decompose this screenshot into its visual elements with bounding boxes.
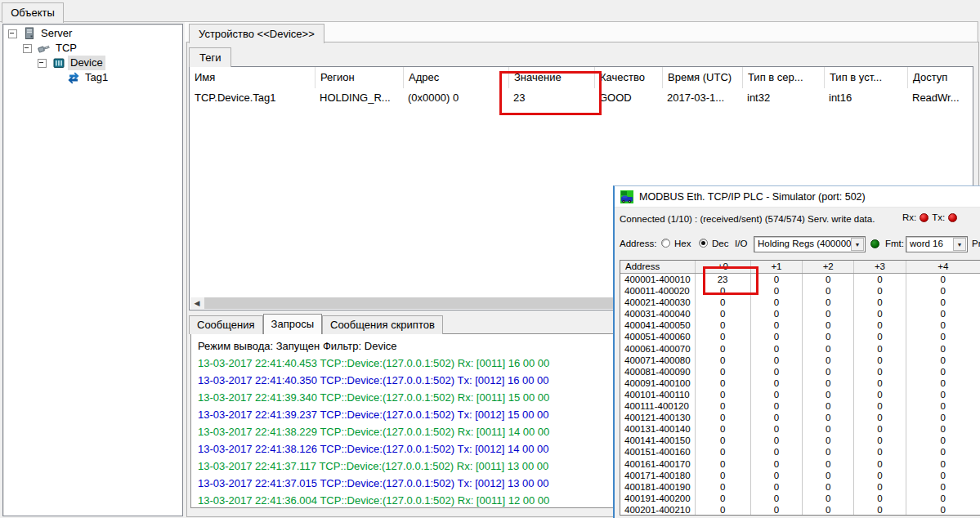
modbus-grid-value-cell[interactable]: 0 <box>696 470 751 481</box>
modbus-grid-value-cell[interactable]: 0 <box>803 297 854 308</box>
modbus-grid-value-cell[interactable]: 0 <box>906 319 980 331</box>
modbus-grid-value-cell[interactable]: 0 <box>854 446 906 458</box>
modbus-grid-column-header[interactable]: +2 <box>803 261 854 273</box>
modbus-grid-value-cell[interactable]: 0 <box>854 331 906 342</box>
modbus-grid-value-cell[interactable]: 0 <box>803 493 854 504</box>
modbus-grid-value-cell[interactable]: 0 <box>854 297 906 308</box>
modbus-grid-value-cell[interactable]: 0 <box>803 377 854 389</box>
tag-column-header[interactable]: Тип в уст... <box>824 67 907 88</box>
tag-cell[interactable]: ReadWr... <box>907 88 972 108</box>
modbus-grid-value-cell[interactable]: 0 <box>906 481 980 493</box>
modbus-titlebar[interactable]: MODBUS Eth. TCP/IP PLC - Simulator (port… <box>615 186 980 208</box>
modbus-grid-value-cell[interactable]: 0 <box>906 412 980 423</box>
modbus-grid-value-cell[interactable]: 0 <box>854 400 906 412</box>
tab-device[interactable]: Устройство <<Device>> <box>189 24 324 43</box>
modbus-grid-value-cell[interactable]: 0 <box>854 458 906 470</box>
modbus-grid-value-cell[interactable]: 0 <box>696 331 751 342</box>
modbus-grid-value-cell[interactable]: 0 <box>696 377 751 389</box>
fmt-select[interactable]: word 16 ▼ <box>906 236 968 252</box>
tree-item-server[interactable]: Server <box>3 26 182 41</box>
tree-expander-icon[interactable] <box>23 44 32 53</box>
log-tab-item[interactable]: Сообщения скриптов <box>322 315 443 334</box>
modbus-grid-value-cell[interactable]: 0 <box>854 319 906 331</box>
modbus-grid-value-cell[interactable]: 0 <box>854 355 906 366</box>
modbus-grid-value-cell[interactable]: 0 <box>906 423 980 435</box>
modbus-grid-value-cell[interactable]: 0 <box>906 285 980 297</box>
modbus-grid-value-cell[interactable]: 0 <box>751 389 803 400</box>
modbus-grid-value-cell[interactable]: 0 <box>854 481 906 493</box>
modbus-grid-value-cell[interactable]: 0 <box>803 481 854 493</box>
tag-column-header[interactable]: Имя <box>190 67 315 88</box>
tag-cell[interactable]: GOOD <box>594 88 662 108</box>
modbus-grid-value-cell[interactable]: 0 <box>803 355 854 366</box>
chevron-down-icon[interactable]: ▼ <box>953 238 966 251</box>
modbus-grid-value-cell[interactable]: 0 <box>906 504 980 516</box>
tag-cell[interactable]: int32 <box>742 88 824 108</box>
modbus-grid-value-cell[interactable]: 0 <box>751 423 803 435</box>
modbus-grid-value-cell[interactable]: 0 <box>751 297 803 308</box>
tree-item-device[interactable]: Device <box>3 56 182 70</box>
tag-column-header[interactable]: Качество <box>594 67 662 88</box>
modbus-grid-value-cell[interactable]: 0 <box>906 377 980 389</box>
modbus-grid-value-cell[interactable]: 0 <box>696 493 751 504</box>
modbus-grid-column-header[interactable]: Address <box>620 261 696 273</box>
tree-expander-icon[interactable] <box>8 29 17 38</box>
modbus-grid-value-cell[interactable]: 0 <box>751 274 803 285</box>
modbus-grid-value-cell[interactable]: 0 <box>751 355 803 366</box>
modbus-grid-value-cell[interactable]: 0 <box>803 331 854 342</box>
modbus-grid-value-cell[interactable]: 0 <box>803 400 854 412</box>
modbus-grid-value-cell[interactable]: 0 <box>751 285 803 297</box>
modbus-grid-value-cell[interactable]: 0 <box>751 458 803 470</box>
modbus-grid-value-cell[interactable]: 0 <box>906 446 980 458</box>
modbus-grid-value-cell[interactable]: 0 <box>854 493 906 504</box>
modbus-grid-value-cell[interactable]: 0 <box>751 493 803 504</box>
modbus-grid-value-cell[interactable]: 0 <box>803 343 854 355</box>
modbus-grid-value-cell[interactable]: 0 <box>906 274 980 285</box>
modbus-grid-value-cell[interactable]: 0 <box>803 446 854 458</box>
modbus-grid-value-cell[interactable]: 0 <box>854 366 906 377</box>
modbus-grid-value-cell[interactable]: 0 <box>854 377 906 389</box>
modbus-grid-value-cell[interactable]: 0 <box>696 446 751 458</box>
modbus-grid-value-cell[interactable]: 0 <box>854 389 906 400</box>
modbus-grid-value-cell[interactable]: 0 <box>854 504 906 516</box>
modbus-grid-value-cell[interactable]: 0 <box>854 308 906 319</box>
modbus-grid-value-cell[interactable]: 0 <box>696 366 751 377</box>
modbus-grid-value-cell[interactable]: 0 <box>751 412 803 423</box>
modbus-grid-value-cell[interactable]: 0 <box>906 458 980 470</box>
modbus-grid-value-cell[interactable]: 0 <box>696 481 751 493</box>
modbus-grid-value-cell[interactable]: 0 <box>803 308 854 319</box>
modbus-grid-value-cell[interactable]: 0 <box>751 435 803 446</box>
modbus-grid-value-cell[interactable]: 0 <box>906 343 980 355</box>
modbus-grid-value-cell[interactable]: 0 <box>751 366 803 377</box>
tab-objects[interactable]: Объекты <box>2 2 64 23</box>
tree-item-tag1[interactable]: Tag1 <box>3 70 182 85</box>
log-tab-item[interactable]: Сообщения <box>189 315 263 334</box>
modbus-grid-value-cell[interactable]: 0 <box>854 470 906 481</box>
modbus-grid-value-cell[interactable]: 0 <box>803 470 854 481</box>
modbus-grid-value-cell[interactable]: 0 <box>803 458 854 470</box>
tag-cell[interactable]: int16 <box>824 88 907 108</box>
tag-cell[interactable]: HOLDING_R... <box>315 88 403 108</box>
tag-column-header[interactable]: Регион <box>315 67 403 88</box>
modbus-grid-value-cell[interactable]: 0 <box>696 435 751 446</box>
modbus-grid-value-cell[interactable]: 0 <box>696 504 751 516</box>
tag-cell[interactable]: 2017-03-1... <box>662 88 742 108</box>
modbus-grid-value-cell[interactable]: 0 <box>906 470 980 481</box>
tag-column-header[interactable]: Доступ <box>907 67 972 88</box>
log-tab-active[interactable]: Запросы <box>263 314 322 334</box>
modbus-grid-value-cell[interactable]: 0 <box>854 343 906 355</box>
radio-dec-label[interactable]: Dec <box>712 239 728 248</box>
tag-column-header[interactable]: Время (UTC) <box>662 67 742 88</box>
modbus-grid-value-cell[interactable]: 0 <box>696 412 751 423</box>
modbus-grid-value-cell[interactable]: 0 <box>906 355 980 366</box>
modbus-grid-column-header[interactable]: +4 <box>906 261 980 273</box>
tree-item-tcp[interactable]: TCP <box>3 41 182 56</box>
modbus-grid-value-cell[interactable]: 0 <box>751 446 803 458</box>
modbus-grid-value-cell[interactable]: 0 <box>751 319 803 331</box>
modbus-grid-value-cell[interactable]: 0 <box>803 423 854 435</box>
modbus-grid-value-cell[interactable]: 0 <box>803 285 854 297</box>
modbus-grid-value-cell[interactable]: 0 <box>906 389 980 400</box>
modbus-grid-value-cell[interactable]: 0 <box>854 435 906 446</box>
modbus-grid-value-cell[interactable]: 0 <box>803 389 854 400</box>
modbus-grid-value-cell[interactable]: 0 <box>696 458 751 470</box>
